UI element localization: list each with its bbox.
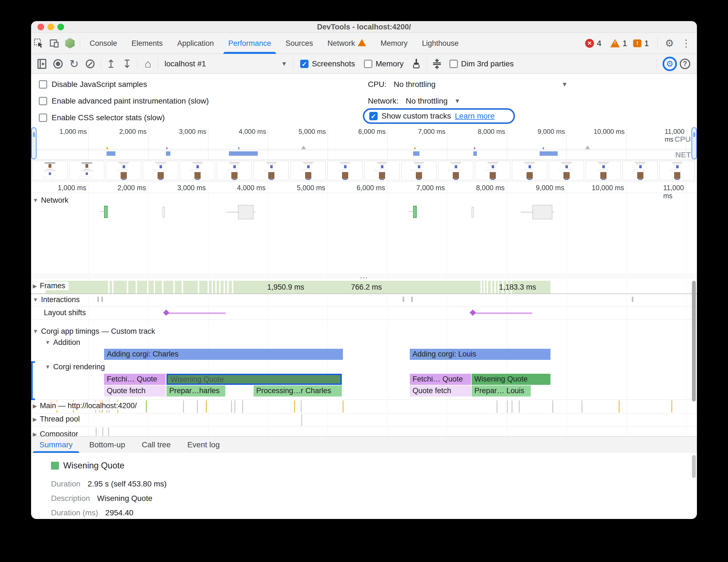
custom-track-event[interactable]: Quote fetch bbox=[104, 386, 166, 397]
tab-network[interactable]: Network bbox=[320, 33, 373, 54]
tab-memory[interactable]: Memory bbox=[373, 33, 415, 54]
more-options-icon[interactable]: ⋮ bbox=[679, 37, 693, 49]
expander-icon[interactable]: ▼ bbox=[45, 339, 50, 346]
filmstrip-thumbnail[interactable] bbox=[586, 161, 621, 180]
overview-right-handle[interactable]: ‖ bbox=[691, 127, 697, 159]
tab-console[interactable]: Console bbox=[82, 33, 124, 54]
network-request[interactable] bbox=[163, 207, 165, 217]
track-interactions-label[interactable]: ▼ Interactions bbox=[31, 296, 83, 304]
track-layout-shifts-label[interactable]: Layout shifts bbox=[42, 309, 89, 317]
filmstrip-thumbnail[interactable] bbox=[475, 161, 510, 180]
expander-icon[interactable]: ▶ bbox=[33, 283, 37, 289]
details-tab-call-tree[interactable]: Call tree bbox=[133, 437, 179, 453]
expander-icon[interactable]: ▼ bbox=[33, 197, 38, 203]
custom-track-event-selected[interactable]: Wisening Quote bbox=[166, 374, 342, 385]
track-main-label[interactable]: ▶ Main — http://localhost:4200/ bbox=[31, 402, 140, 410]
tab-lighthouse[interactable]: Lighthouse bbox=[415, 33, 466, 54]
filmstrip-thumbnail[interactable] bbox=[364, 161, 400, 180]
custom-track-event[interactable]: Adding corgi: Charles bbox=[104, 349, 343, 360]
filmstrip-thumbnail[interactable] bbox=[143, 161, 178, 180]
track-corgi-rendering-label[interactable]: ▼ Corgi rendering bbox=[43, 363, 108, 371]
expander-icon[interactable]: ▶ bbox=[33, 431, 37, 437]
memory-checkbox[interactable] bbox=[364, 60, 372, 68]
error-badge-icon[interactable]: ✕ bbox=[585, 39, 594, 48]
custom-track-event[interactable]: Fetchi… Quote bbox=[410, 374, 471, 385]
layout-shift-line[interactable] bbox=[473, 313, 532, 314]
warning-count[interactable]: 1 bbox=[623, 39, 627, 48]
track-compositor-label[interactable]: ▶ Compositor bbox=[31, 430, 81, 436]
capture-settings-gear-icon[interactable]: ⚙ bbox=[663, 57, 677, 71]
track-frames-label[interactable]: ▶ Frames bbox=[31, 282, 69, 290]
record-button[interactable] bbox=[50, 56, 66, 72]
flame-scrollbar[interactable] bbox=[692, 281, 696, 402]
filmstrip-thumbnail[interactable] bbox=[327, 161, 363, 180]
home-icon[interactable]: ⌂ bbox=[140, 56, 156, 72]
filmstrip-thumbnail[interactable] bbox=[512, 161, 547, 180]
custom-track-event[interactable]: Fetchi… Quote bbox=[104, 374, 166, 385]
setting-checkbox[interactable] bbox=[39, 80, 47, 89]
interaction-mark[interactable] bbox=[101, 297, 103, 302]
filmstrip-thumbnail[interactable] bbox=[254, 161, 289, 180]
toggle-sidebar-icon[interactable] bbox=[34, 56, 50, 72]
filmstrip-thumbnail[interactable] bbox=[401, 161, 436, 180]
network-request[interactable] bbox=[104, 206, 108, 218]
overview-left-handle[interactable]: ‖ bbox=[31, 127, 37, 159]
issue-count[interactable]: 1 bbox=[644, 39, 649, 48]
expander-icon[interactable]: ▼ bbox=[33, 328, 38, 335]
download-profile-icon[interactable]: ↧ bbox=[119, 56, 135, 72]
network-throttling-select[interactable]: No throttling bbox=[406, 97, 448, 105]
error-count[interactable]: 4 bbox=[597, 39, 601, 48]
layout-shift-diamond[interactable] bbox=[470, 310, 476, 316]
inspect-element-icon[interactable] bbox=[31, 36, 47, 51]
screenshots-checkbox-row[interactable]: Screenshots bbox=[296, 59, 360, 68]
settings-gear-icon[interactable]: ⚙ bbox=[663, 37, 676, 49]
expander-icon[interactable]: ▶ bbox=[33, 416, 37, 423]
filmstrip-thumbnail[interactable] bbox=[290, 161, 326, 180]
tab-application[interactable]: Application bbox=[170, 33, 221, 54]
interaction-mark[interactable] bbox=[97, 297, 99, 302]
expander-icon[interactable]: ▼ bbox=[45, 364, 50, 370]
screenshots-checkbox[interactable] bbox=[300, 60, 309, 68]
network-request[interactable] bbox=[532, 205, 552, 219]
track-addition-label[interactable]: ▼ Addition bbox=[43, 338, 84, 347]
clear-icon[interactable] bbox=[82, 56, 98, 72]
cpu-throttling-select[interactable]: No throttling bbox=[394, 80, 436, 89]
filmstrip-thumbnail[interactable] bbox=[106, 161, 141, 180]
timeline-overview[interactable]: CPU NET ‖ ‖ 1,000 ms2,000 ms3,000 ms4,00… bbox=[31, 127, 697, 160]
track-network-label[interactable]: ▼ Network bbox=[31, 196, 72, 205]
layout-shift-line[interactable] bbox=[166, 313, 226, 314]
filmstrip-thumbnail[interactable] bbox=[623, 161, 658, 180]
track-custom-header[interactable]: ▼ Corgi app timings — Custom track bbox=[31, 327, 158, 336]
filmstrip-thumbnail[interactable] bbox=[549, 161, 584, 180]
filmstrip-thumbnail[interactable] bbox=[659, 161, 695, 180]
filmstrip-thumbnail[interactable] bbox=[180, 161, 215, 180]
history-select[interactable]: localhost #1 ▼ bbox=[161, 59, 291, 68]
chevron-down-icon[interactable]: ▼ bbox=[454, 97, 460, 105]
track-thread-pool-label[interactable]: ▶ Thread pool bbox=[31, 415, 83, 424]
filmstrip-thumbnail[interactable] bbox=[217, 161, 252, 180]
details-tab-summary[interactable]: Summary bbox=[31, 437, 81, 453]
details-tab-bottom-up[interactable]: Bottom-up bbox=[81, 437, 133, 453]
custom-track-event[interactable]: Adding corgi: Louis bbox=[410, 349, 550, 360]
custom-track-event[interactable]: Wisening Quote bbox=[472, 374, 550, 385]
memory-checkbox-row[interactable]: Memory bbox=[360, 59, 408, 68]
dim-3rd-parties-checkbox-row[interactable]: Dim 3rd parties bbox=[445, 59, 518, 68]
network-request[interactable] bbox=[413, 206, 417, 218]
expander-icon[interactable]: ▶ bbox=[33, 403, 37, 409]
setting-checkbox[interactable] bbox=[39, 113, 47, 122]
warning-badge-icon[interactable] bbox=[610, 39, 620, 47]
custom-track-event[interactable]: Prepar… Louis bbox=[472, 386, 531, 397]
tab-elements[interactable]: Elements bbox=[124, 33, 170, 54]
network-request[interactable] bbox=[472, 207, 474, 217]
interaction-mark[interactable] bbox=[403, 297, 404, 302]
interaction-mark[interactable] bbox=[632, 297, 633, 302]
interaction-mark[interactable] bbox=[411, 297, 413, 302]
network-request[interactable] bbox=[238, 205, 254, 219]
garbage-collect-icon[interactable] bbox=[408, 56, 424, 72]
custom-track-event[interactable]: Quote fetch bbox=[410, 386, 471, 397]
chevron-down-icon[interactable]: ▼ bbox=[562, 81, 568, 88]
shrink-rows-icon[interactable] bbox=[429, 56, 445, 72]
learn-more-link[interactable]: Learn more bbox=[455, 112, 495, 120]
expander-icon[interactable]: ▼ bbox=[33, 297, 38, 303]
layout-shift-diamond[interactable] bbox=[163, 310, 170, 316]
